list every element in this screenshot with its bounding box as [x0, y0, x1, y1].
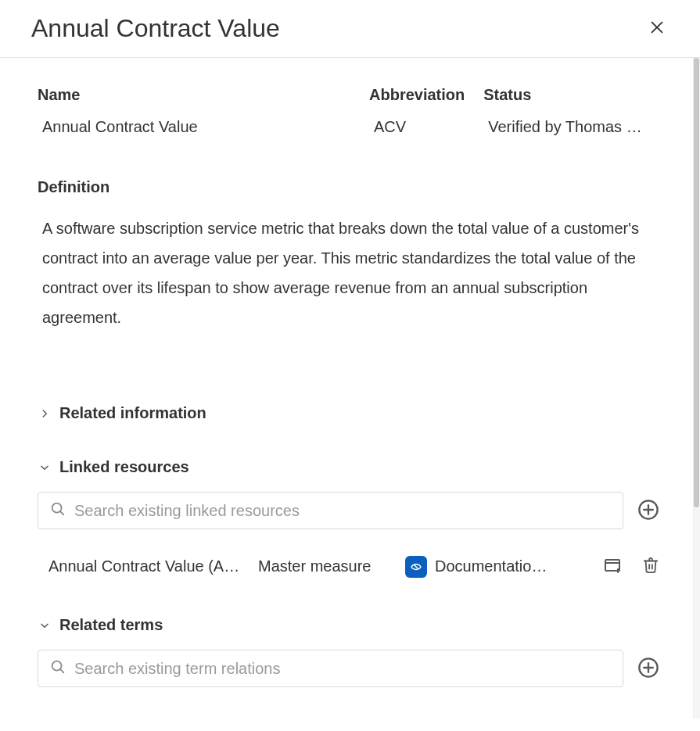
abbreviation-value: ACV — [369, 118, 465, 136]
dialog-header: Annual Contract Value — [0, 0, 700, 58]
section-toggle-related-information[interactable]: Related information — [38, 404, 662, 422]
name-label: Name — [38, 86, 350, 104]
section-title: Related information — [59, 404, 206, 422]
linked-resources-search-input[interactable] — [74, 502, 612, 520]
summary-fields: Name Annual Contract Value Abbreviation … — [38, 86, 662, 136]
status-label: Status — [483, 86, 662, 104]
linked-resource-row: Annual Contract Value (ACV) … Master mea… — [38, 553, 662, 580]
resource-type: Master measure — [258, 557, 391, 575]
related-terms-search-input[interactable] — [74, 660, 612, 678]
app-badge-icon — [405, 556, 427, 578]
section-title: Linked resources — [59, 458, 189, 476]
chevron-right-icon — [38, 408, 52, 419]
add-related-term-button[interactable] — [634, 654, 662, 684]
related-terms-search[interactable] — [38, 650, 623, 687]
plus-circle-icon — [637, 499, 659, 523]
page-title: Annual Contract Value — [31, 14, 280, 43]
section-related-information: Related information — [38, 404, 662, 422]
chevron-down-icon — [38, 620, 52, 631]
scrollbar-thumb[interactable] — [694, 58, 699, 507]
resource-name: Annual Contract Value (ACV) … — [48, 557, 244, 575]
open-window-icon — [603, 556, 622, 577]
search-icon — [49, 658, 66, 679]
section-toggle-linked-resources[interactable]: Linked resources — [38, 458, 662, 476]
vertical-scrollbar[interactable] — [693, 58, 700, 718]
section-title: Related terms — [59, 616, 163, 634]
section-related-terms: Related terms — [38, 616, 662, 687]
delete-resource-button[interactable] — [639, 554, 662, 579]
open-resource-button[interactable] — [600, 553, 625, 580]
definition-block: Definition A software subscription servi… — [38, 178, 662, 332]
add-linked-resource-button[interactable] — [634, 496, 662, 526]
svg-line-3 — [60, 511, 63, 514]
abbreviation-label: Abbreviation — [369, 86, 465, 104]
linked-resources-search[interactable] — [38, 492, 623, 529]
close-icon — [648, 19, 666, 38]
chevron-down-icon — [38, 462, 52, 473]
plus-circle-icon — [637, 657, 659, 681]
definition-label: Definition — [38, 178, 662, 196]
close-button[interactable] — [645, 16, 669, 41]
name-value: Annual Contract Value — [38, 118, 350, 136]
trash-icon — [642, 557, 659, 576]
definition-text: A software subscription service metric t… — [38, 213, 662, 332]
svg-line-14 — [60, 669, 63, 672]
resource-doc-label[interactable]: Documentatio… — [435, 557, 547, 575]
section-linked-resources: Linked resources — [38, 458, 662, 580]
search-icon — [49, 500, 66, 521]
section-toggle-related-terms[interactable]: Related terms — [38, 616, 662, 634]
status-value: Verified by Thomas … — [483, 118, 662, 136]
dialog-body: Name Annual Contract Value Abbreviation … — [0, 58, 700, 718]
